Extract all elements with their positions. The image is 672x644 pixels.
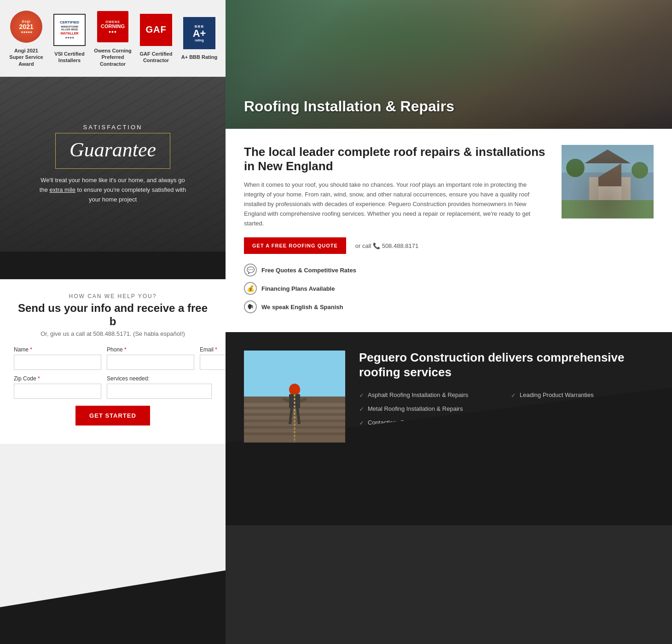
- feature-label-2: We speak English & Spanish: [261, 304, 343, 310]
- feature-item-1: 💰 Financing Plans Available: [244, 279, 548, 298]
- oc-logo-wrapper: OWENS CORNING ◆◆◆: [96, 9, 130, 44]
- svg-rect-19: [244, 432, 345, 435]
- construction-image: [244, 351, 345, 443]
- oc-label: Owens Corning: [94, 47, 131, 54]
- features-list: 💬 Free Quotes & Competitive Rates 💰 Fina…: [244, 261, 548, 316]
- phone-label: Phone *: [107, 346, 194, 353]
- info-actions: GET A FREE ROOFING QUOTE or call 📞 508.4…: [244, 237, 548, 254]
- angi-label: Angi 2021: [14, 47, 38, 54]
- feature-label-0: Free Quotes & Competitive Rates: [261, 267, 356, 274]
- badge-gaf: GAF GAF Certified Contractor: [134, 12, 178, 64]
- service-item-0: ✓ Asphalt Roofing Installation & Repairs: [359, 389, 502, 402]
- feature-item-0: 💬 Free Quotes & Competitive Rates: [244, 261, 548, 279]
- form-title: Send us your info and receive a free b: [14, 302, 212, 328]
- svg-line-23: [300, 399, 306, 401]
- badge-owens: OWENS CORNING ◆◆◆ Owens Corning Preferre…: [91, 9, 134, 67]
- extra-mile-text: extra mile: [50, 186, 75, 193]
- left-bottom-triangle: [0, 552, 226, 644]
- vsi-label: VSI Certified: [54, 51, 84, 57]
- svg-marker-3: [598, 163, 621, 186]
- svg-line-25: [297, 408, 299, 424]
- services-group: Services needed:: [107, 375, 212, 399]
- bbb-label: A+ BBB Rating: [181, 54, 218, 60]
- gaf-sublabel: Contractor: [143, 57, 169, 63]
- form-phone-text: Or, give us a call at 508.488.5171. (Se …: [14, 330, 212, 337]
- feature-label-1: Financing Plans Available: [261, 285, 335, 292]
- aerial-house-image: [562, 145, 654, 218]
- angi-logo: Angi 2021 ★★★★★: [9, 9, 44, 44]
- feature-icon-1: 💰: [244, 282, 257, 295]
- svg-rect-21: [289, 394, 300, 408]
- svg-marker-2: [585, 150, 631, 163]
- vsi-logo-wrapper: CERTIFIED WINDSTORM ALLEN WISE INSTALLER…: [52, 12, 87, 47]
- svg-rect-0: [562, 145, 654, 218]
- services-label: Services needed:: [107, 375, 212, 382]
- gaf-label: GAF Certified: [140, 51, 173, 57]
- angi-sublabel: Super Service Award: [5, 54, 48, 67]
- phone-input[interactable]: [107, 355, 194, 370]
- contact-form: Name * Phone * Email *: [14, 346, 212, 426]
- svg-rect-14: [244, 400, 345, 403]
- service-check-0: ✓: [359, 392, 364, 400]
- services-input[interactable]: [107, 384, 212, 399]
- form-section: HOW CAN WE HELP YOU? Send us your info a…: [0, 279, 226, 444]
- info-section: The local leader complete roof repairs &…: [226, 129, 672, 332]
- svg-rect-18: [244, 426, 345, 429]
- svg-line-22: [283, 399, 289, 401]
- name-label: Name *: [14, 346, 101, 353]
- roofing-hero-title: Roofing Installation & Repairs: [226, 98, 473, 115]
- badge-angi: Angi 2021 ★★★★★ Angi 2021 Super Service …: [5, 9, 48, 67]
- feature-icon-0: 💬: [244, 264, 257, 276]
- form-help-text: HOW CAN WE HELP YOU?: [14, 293, 212, 299]
- service-label-0: Asphalt Roofing Installation & Repairs: [368, 391, 468, 399]
- right-panel: Roofing Installation & Repairs The local…: [226, 0, 672, 644]
- svg-rect-1: [562, 145, 654, 172]
- badge-bbb: BBB A+ rating A+ BBB Rating: [178, 16, 221, 60]
- bbb-logo-wrapper: BBB A+ rating: [182, 16, 217, 50]
- phone-group: Phone *: [107, 346, 194, 370]
- hero-content: SATISFACTION Guarantee We'll treat your …: [30, 115, 196, 213]
- svg-rect-15: [244, 407, 345, 409]
- svg-rect-13: [244, 397, 345, 400]
- call-text: or call 📞 508.488.8171: [355, 242, 418, 249]
- service-check-1: ✓: [359, 406, 364, 414]
- guarantee-border: Guarantee: [55, 133, 170, 169]
- svg-rect-12: [244, 397, 345, 443]
- info-title: The local leader complete roof repairs &…: [244, 145, 548, 173]
- svg-rect-17: [244, 420, 345, 422]
- dark-banner: [0, 252, 226, 279]
- info-text: The local leader complete roof repairs &…: [244, 145, 548, 316]
- services-title: Peguero Construction delivers comprehens…: [359, 351, 654, 379]
- badge-vsi: CERTIFIED WINDSTORM ALLEN WISE INSTALLER…: [48, 12, 91, 64]
- svg-rect-6: [621, 177, 631, 200]
- svg-rect-5: [589, 177, 598, 200]
- form-row-2: Zip Code * Services needed:: [14, 375, 212, 399]
- feature-icon-2: 🗣: [244, 300, 257, 313]
- svg-line-24: [290, 408, 292, 424]
- left-panel: Angi 2021 ★★★★★ Angi 2021 Super Service …: [0, 0, 226, 644]
- feature-item-2: 🗣 We speak English & Spanish: [244, 298, 548, 316]
- form-row-1: Name * Phone * Email *: [14, 346, 212, 370]
- gaf-logo-wrapper: GAF: [139, 12, 174, 47]
- svg-point-8: [631, 162, 648, 178]
- svg-rect-4: [598, 186, 621, 200]
- free-quote-button[interactable]: GET A FREE ROOFING QUOTE: [244, 237, 346, 254]
- name-input[interactable]: [14, 355, 101, 370]
- satisfaction-label: SATISFACTION: [39, 124, 186, 131]
- hero-section: SATISFACTION Guarantee We'll treat your …: [0, 77, 226, 252]
- get-started-button[interactable]: GET STARTED: [75, 406, 150, 426]
- oc-sublabel: Preferred Contractor: [91, 54, 134, 67]
- roofing-hero: Roofing Installation & Repairs: [226, 0, 672, 129]
- zip-label: Zip Code *: [14, 375, 101, 382]
- svg-point-20: [289, 384, 300, 396]
- guarantee-word: Guarantee: [70, 138, 156, 161]
- hero-subtext: We'll treat your home like it's our home…: [39, 176, 186, 204]
- svg-rect-16: [244, 413, 345, 416]
- zip-group: Zip Code *: [14, 375, 101, 399]
- service-label-1: Metal Roofing Installation & Repairs: [368, 405, 463, 413]
- svg-point-7: [566, 159, 585, 177]
- name-group: Name *: [14, 346, 101, 370]
- service-check-3: ✓: [511, 392, 516, 400]
- service-label-3: Leading Product Warranties: [520, 391, 594, 399]
- zip-input[interactable]: [14, 384, 101, 399]
